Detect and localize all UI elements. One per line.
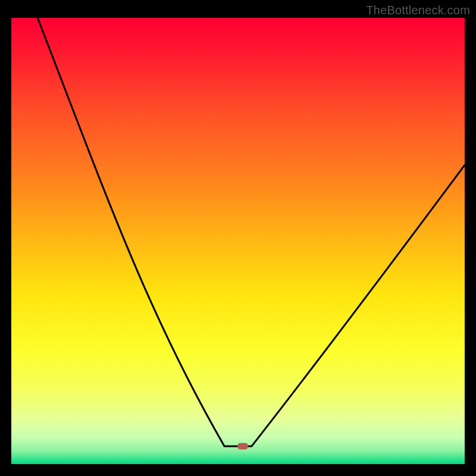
watermark-text: TheBottleneck.com <box>366 4 470 17</box>
plot-area <box>11 18 465 464</box>
chart-container: TheBottleneck.com <box>0 0 476 476</box>
bottleneck-curve <box>11 18 465 464</box>
optimal-point-marker <box>237 443 248 450</box>
